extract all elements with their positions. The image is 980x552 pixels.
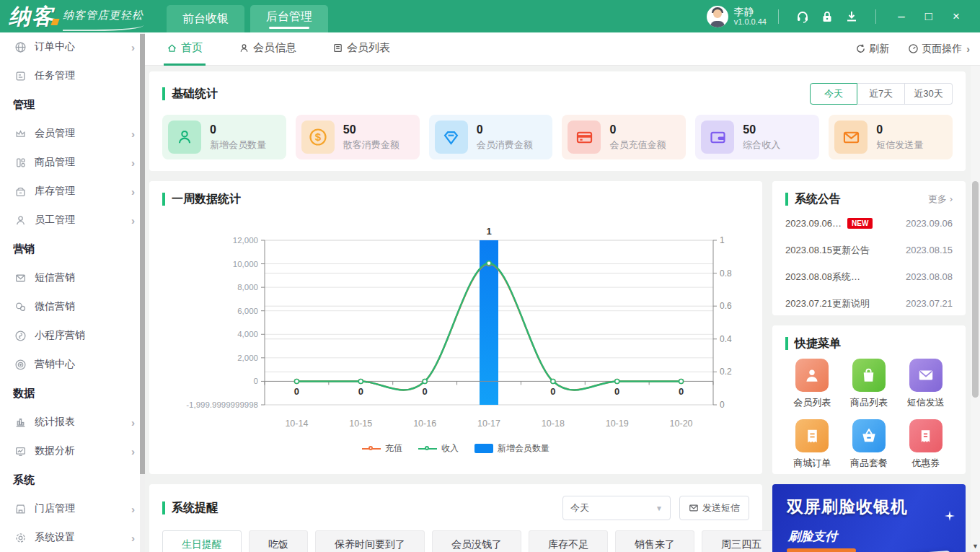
announcements-list: 2023.09.06… NEW 2023.09.06 2023.08.15更新公… bbox=[772, 206, 966, 317]
lock-icon[interactable] bbox=[815, 4, 839, 29]
tab-home[interactable]: 首页 bbox=[164, 32, 206, 66]
close-button[interactable]: × bbox=[943, 4, 970, 29]
minimize-button[interactable]: – bbox=[888, 4, 915, 29]
sidebar-item-task-management[interactable]: 任务管理 bbox=[0, 61, 145, 90]
legend-item[interactable]: 新增会员数量 bbox=[474, 442, 549, 455]
sidebar-item-wechat-marketing[interactable]: 微信营销 bbox=[0, 292, 145, 321]
chevron-right-icon: › bbox=[131, 416, 135, 429]
reminder-tag-6[interactable]: 周三四五 bbox=[702, 530, 781, 552]
stat-value: 0 bbox=[210, 123, 266, 136]
shopping-bag-icon bbox=[852, 359, 886, 392]
svg-text:0: 0 bbox=[679, 386, 684, 397]
avatar[interactable] bbox=[707, 6, 728, 27]
sidebar-item-label: 小程序营销 bbox=[35, 329, 85, 342]
reminder-tags: 生日提醒 吃饭 保养时间要到了 会员没钱了 库存不足 销售来了 周三四五 bbox=[149, 520, 762, 552]
send-sms-button[interactable]: 发送短信 bbox=[679, 496, 749, 520]
sparkle-icon bbox=[944, 510, 955, 522]
quick-mall-orders[interactable]: 商城订单 bbox=[784, 419, 841, 470]
announcement-row[interactable]: 2023.07.21更新说明 2023.07.21 bbox=[785, 290, 953, 317]
reminder-tag-4[interactable]: 库存不足 bbox=[529, 530, 608, 552]
sidebar-item-label: 营销中心 bbox=[35, 358, 75, 371]
quick-sms-send[interactable]: 短信发送 bbox=[897, 359, 954, 409]
svg-text:0: 0 bbox=[720, 400, 725, 410]
svg-text:0: 0 bbox=[358, 386, 363, 397]
sidebar-item-label: 统计报表 bbox=[35, 416, 75, 429]
announcement-row[interactable]: 2023.09.06… NEW 2023.09.06 bbox=[785, 210, 953, 237]
sidebar-item-staff-management[interactable]: 员工管理 › bbox=[0, 206, 145, 235]
sidebar-item-inventory-management[interactable]: 库存管理 › bbox=[0, 177, 145, 206]
announcement-row[interactable]: 2023.08.08系统… 2023.08.08 bbox=[785, 263, 953, 290]
svg-text:0: 0 bbox=[254, 377, 258, 385]
reminder-range-select[interactable]: 今天 ▼ bbox=[562, 496, 671, 520]
store-icon bbox=[14, 502, 27, 515]
svg-text:6,000: 6,000 bbox=[237, 307, 258, 315]
sidebar-item-store-management[interactable]: 门店管理 › bbox=[0, 494, 145, 523]
reminder-tag-2[interactable]: 保养时间要到了 bbox=[315, 530, 425, 552]
refresh-button[interactable]: 刷新 bbox=[855, 43, 889, 56]
logo-accent bbox=[50, 19, 59, 25]
logo-slogan: 纳客管店更轻松 bbox=[63, 9, 144, 31]
announcements-more-link[interactable]: 更多 › bbox=[928, 193, 953, 206]
sidebar-item-label: 系统设置 bbox=[35, 531, 75, 544]
scrollbar-arrow-down[interactable]: ▼ bbox=[971, 541, 980, 551]
sidebar-item-miniprogram-marketing[interactable]: 小程序营销 bbox=[0, 321, 145, 350]
nav-backend-label: 后台管理 bbox=[266, 9, 312, 25]
refresh-label: 刷新 bbox=[869, 43, 889, 56]
ad-banner-title: 双屏刷脸收银机 bbox=[787, 496, 966, 518]
maximize-button[interactable]: □ bbox=[915, 4, 943, 29]
sidebar-item-member-management[interactable]: 会员管理 › bbox=[0, 119, 145, 148]
chevron-right-icon: › bbox=[966, 43, 970, 55]
announcements-title: 系统公告 bbox=[785, 193, 841, 206]
sidebar-item-product-management[interactable]: 商品管理 › bbox=[0, 148, 145, 177]
range-7days-button[interactable]: 近7天 bbox=[857, 83, 905, 105]
chevron-right-icon: › bbox=[131, 128, 135, 140]
sidebar-item-system-settings[interactable]: 系统设置 › bbox=[0, 523, 145, 552]
reminder-tag-1[interactable]: 吃饭 bbox=[249, 530, 308, 552]
tab-member-list[interactable]: 会员列表 bbox=[330, 32, 393, 66]
stat-value: 0 bbox=[609, 123, 666, 136]
reminder-tag-birthday[interactable]: 生日提醒 bbox=[162, 530, 242, 552]
envelope-icon bbox=[689, 503, 699, 513]
legend-item[interactable]: 充值 bbox=[362, 442, 402, 455]
reminder-tag-3[interactable]: 会员没钱了 bbox=[432, 530, 521, 552]
sidebar-item-statistics-report[interactable]: 统计报表 › bbox=[0, 408, 145, 437]
nav-backend-button[interactable]: 后台管理 bbox=[250, 5, 328, 32]
tab-label: 会员信息 bbox=[253, 41, 296, 55]
globe-icon bbox=[14, 40, 27, 53]
page-operations-button[interactable]: 页面操作 › bbox=[908, 43, 970, 56]
quick-product-packages[interactable]: 商品套餐 bbox=[841, 419, 898, 470]
svg-text:0: 0 bbox=[423, 386, 428, 397]
user-meta: 李静 v1.0.0.44 bbox=[734, 6, 767, 27]
stat-label: 会员充值金额 bbox=[609, 139, 666, 152]
quick-member-list[interactable]: 会员列表 bbox=[784, 359, 841, 409]
svg-text:10,000: 10,000 bbox=[233, 260, 258, 268]
reminder-tag-5[interactable]: 销售来了 bbox=[615, 530, 694, 552]
tab-member-info[interactable]: 会员信息 bbox=[236, 32, 299, 66]
range-30days-button[interactable]: 近30天 bbox=[905, 83, 953, 105]
sidebar-item-data-analysis[interactable]: 数据分析 › bbox=[0, 437, 145, 465]
main-scrollbar-thumb[interactable] bbox=[972, 181, 979, 398]
svg-text:1: 1 bbox=[720, 235, 725, 245]
download-icon[interactable] bbox=[839, 4, 864, 29]
sidebar-scrollbar-thumb[interactable] bbox=[140, 34, 145, 474]
quick-product-list[interactable]: 商品列表 bbox=[841, 359, 898, 409]
sidebar-item-sms-marketing[interactable]: 短信营销 bbox=[0, 263, 145, 292]
ad-banner[interactable]: 双屏刷脸收银机 刷脸支付 bbox=[772, 484, 966, 552]
ad-banner-underline bbox=[787, 548, 856, 552]
legend-item[interactable]: 收入 bbox=[418, 442, 459, 455]
range-today-button[interactable]: 今天 bbox=[810, 83, 857, 105]
announcement-date: 2023.08.08 bbox=[906, 271, 953, 282]
sidebar-item-marketing-center[interactable]: 营销中心 bbox=[0, 350, 145, 379]
sidebar-item-order-center[interactable]: 订单中心 › bbox=[0, 32, 145, 61]
quick-coupons[interactable]: 优惠券 bbox=[897, 419, 954, 470]
svg-text:0.2: 0.2 bbox=[720, 367, 732, 377]
nav-front-desk-button[interactable]: 前台收银 bbox=[167, 5, 244, 32]
sidebar-item-label: 会员管理 bbox=[35, 127, 75, 140]
announcement-row[interactable]: 2023.08.15更新公告 2023.08.15 bbox=[785, 237, 953, 263]
sidebar-item-label: 商品管理 bbox=[35, 156, 75, 169]
svg-text:10-15: 10-15 bbox=[349, 419, 372, 429]
stat-tile-walkin-spend: $ 50散客消费金额 bbox=[296, 115, 420, 159]
svg-text:10-18: 10-18 bbox=[542, 419, 565, 429]
support-headset-icon[interactable] bbox=[790, 4, 815, 29]
svg-text:1: 1 bbox=[486, 226, 491, 237]
